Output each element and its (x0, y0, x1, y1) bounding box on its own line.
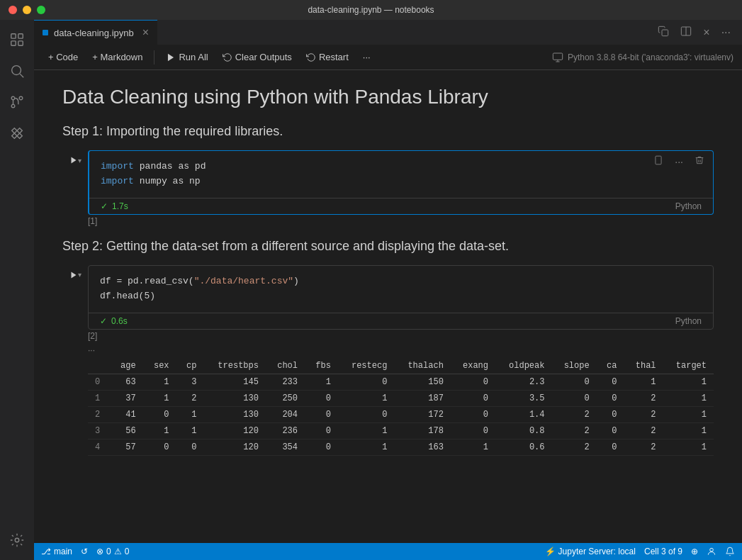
table-cell: 1.4 (495, 406, 551, 422)
maximize-button[interactable] (37, 6, 45, 14)
more-button[interactable]: ··· (357, 49, 376, 65)
table-cell: 0 (305, 422, 338, 439)
activity-extensions-icon[interactable] (3, 119, 31, 147)
status-branch[interactable]: ⎇ main (41, 547, 72, 556)
table-cell: 0 (305, 390, 338, 406)
col-header-sex: sex (143, 358, 176, 374)
col-header-restecg: restecg (338, 358, 394, 374)
table-cell: 1 (338, 422, 394, 439)
tab-bar: data-cleaning.ipynb × × ··· (34, 20, 742, 45)
code-rest-1: pandas as pd (140, 159, 206, 174)
table-cell: 204 (266, 406, 305, 422)
cell-1-run-button[interactable]: ▾ (68, 153, 82, 167)
tab-more-icon[interactable]: ··· (719, 23, 733, 42)
table-cell: 2 (176, 390, 204, 406)
table-cell: 2 (624, 406, 663, 422)
table-cell: 1 (143, 374, 176, 390)
add-code-button[interactable]: + Code (43, 49, 84, 65)
cell-2-wrapper: ▾ df = pd.read_csv("./data/heart.csv") d… (62, 265, 714, 456)
svg-rect-3 (18, 41, 23, 45)
table-cell: 1 (624, 374, 663, 390)
cell-expand-icon[interactable] (651, 154, 666, 169)
status-notifications[interactable] (725, 547, 735, 556)
status-remote[interactable]: ⊕ (691, 547, 698, 556)
cell-2-exec-count: [2] (88, 330, 714, 342)
status-sync[interactable]: ↺ (81, 547, 88, 556)
clear-outputs-button[interactable]: Clear Outputs (217, 49, 298, 65)
col-header-slope: slope (551, 358, 596, 374)
minimize-button[interactable] (23, 6, 31, 14)
activity-explorer-icon[interactable] (3, 26, 31, 54)
status-user[interactable] (707, 547, 716, 556)
cell-2-container: ▾ df = pd.read_csv("./data/heart.csv") d… (62, 265, 714, 330)
run-all-icon (166, 52, 176, 62)
table-cell: 0 (88, 374, 110, 390)
table-cell: 130 (203, 406, 266, 422)
close-button[interactable] (9, 6, 17, 14)
cell-2-kernel: Python (675, 316, 702, 326)
col-header-trestbps: trestbps (203, 358, 266, 374)
table-cell: 0 (338, 374, 394, 390)
table-cell: 1 (338, 390, 394, 406)
cell-1-container: ▾ ··· (62, 150, 714, 215)
table-cell: 0 (451, 374, 495, 390)
table-cell: 2 (624, 390, 663, 406)
activity-search-icon[interactable] (3, 57, 31, 85)
cell-2-code: df = pd.read_csv("./data/heart.csv") df.… (88, 265, 714, 330)
tab-close-icon[interactable]: × (142, 26, 149, 39)
jupyter-icon: ⚡ (545, 547, 556, 556)
svg-point-4 (12, 66, 21, 75)
cell-more-icon[interactable]: ··· (672, 155, 686, 169)
cell-1-code: ··· (88, 150, 714, 215)
table-cell: 150 (394, 374, 450, 390)
table-cell: 145 (203, 374, 266, 390)
cell-2-time: 0.6s (111, 316, 128, 326)
table-cell: 0 (143, 439, 176, 455)
table-cell: 1 (305, 374, 338, 390)
section-2-heading: Step 2: Getting the data-set from a diff… (62, 239, 714, 254)
remote-icon: ⊕ (691, 547, 698, 556)
code-rest-2: numpy as np (140, 174, 201, 189)
code-line-4: df.head(5) (100, 289, 702, 304)
add-markdown-label: + Markdown (92, 52, 142, 62)
cell-2-run-button[interactable]: ▾ (68, 268, 82, 282)
notebook-toolbar: + Code + Markdown Run All Clear Outputs (34, 45, 742, 70)
cell-delete-icon[interactable] (692, 154, 707, 169)
tab-copy-icon[interactable] (655, 23, 672, 43)
table-cell: 178 (394, 422, 450, 439)
table-cell: 0 (338, 406, 394, 422)
col-header-chol: chol (266, 358, 305, 374)
status-jupyter[interactable]: ⚡ Jupyter Server: local (545, 547, 636, 556)
table-cell: 0 (597, 422, 624, 439)
table-cell: 2 (551, 439, 596, 455)
table-cell: 1 (143, 422, 176, 439)
activity-git-icon[interactable] (3, 88, 31, 116)
table-cell: 1 (663, 406, 714, 422)
cell-1-gutter: ▾ (62, 150, 88, 167)
clear-outputs-icon (223, 52, 232, 62)
svg-rect-15 (553, 53, 562, 60)
table-cell: 1 (143, 390, 176, 406)
table-cell: 0 (597, 374, 624, 390)
tab-data-cleaning[interactable]: data-cleaning.ipynb × (34, 20, 157, 45)
tab-close-window-icon[interactable]: × (700, 23, 712, 42)
cell-2-code-content: df = pd.read_csv("./data/heart.csv") df.… (89, 266, 713, 313)
status-left: ⎇ main ↺ ⊗ 0 ⚠ 0 (41, 547, 129, 556)
table-cell: 0.8 (495, 422, 551, 439)
activity-settings-icon[interactable] (3, 526, 31, 554)
table-cell: 1 (663, 439, 714, 455)
app-body: data-cleaning.ipynb × × ··· (0, 20, 742, 560)
restart-icon (306, 52, 316, 62)
restart-button[interactable]: Restart (300, 49, 354, 65)
add-markdown-button[interactable]: + Markdown (86, 49, 148, 65)
run-all-button[interactable]: Run All (160, 49, 213, 65)
add-code-label: + Code (48, 52, 78, 62)
kernel-label[interactable]: Python 3.8.8 64-bit ('anaconda3': virtua… (568, 52, 733, 62)
status-cell-info[interactable]: Cell 3 of 9 (644, 547, 682, 556)
table-cell: 37 (110, 390, 143, 406)
status-errors[interactable]: ⊗ 0 ⚠ 0 (96, 547, 129, 556)
col-header-thal: thal (624, 358, 663, 374)
tab-split-icon[interactable] (678, 23, 695, 43)
notebook-area: Data Cleaning using Python with Pandas L… (34, 70, 742, 543)
table-cell: 1 (176, 422, 204, 439)
